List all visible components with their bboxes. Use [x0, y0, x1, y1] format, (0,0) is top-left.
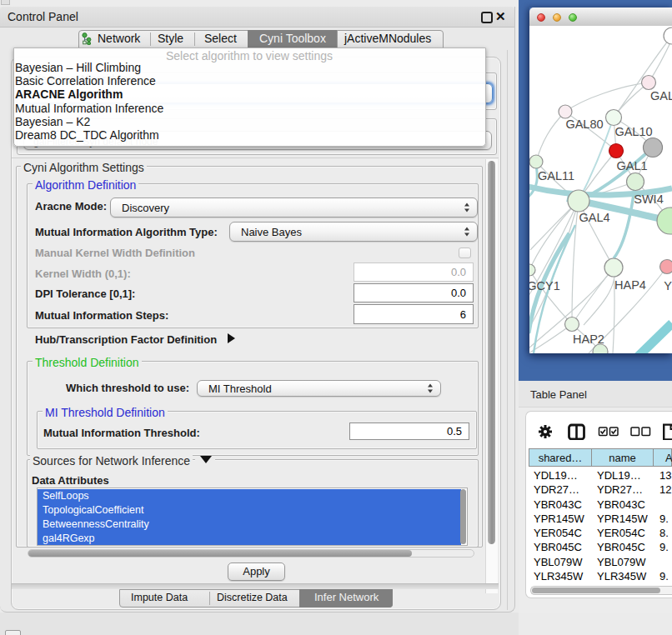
svg-text:GAL11: GAL11: [538, 169, 574, 182]
svg-text:GAL1: GAL1: [616, 159, 647, 172]
svg-text:HAP4: HAP4: [614, 278, 646, 292]
svg-text:GCY1: GCY1: [529, 279, 560, 292]
svg-text:Y: Y: [664, 279, 672, 292]
svg-text:GAL10: GAL10: [614, 125, 652, 138]
svg-text:GAL4: GAL4: [579, 211, 609, 224]
svg-text:SWI4: SWI4: [634, 192, 663, 206]
svg-text:HAP2: HAP2: [573, 332, 604, 346]
svg-text:GAL2: GAL2: [650, 89, 672, 102]
svg-text:GAL80: GAL80: [565, 118, 603, 131]
